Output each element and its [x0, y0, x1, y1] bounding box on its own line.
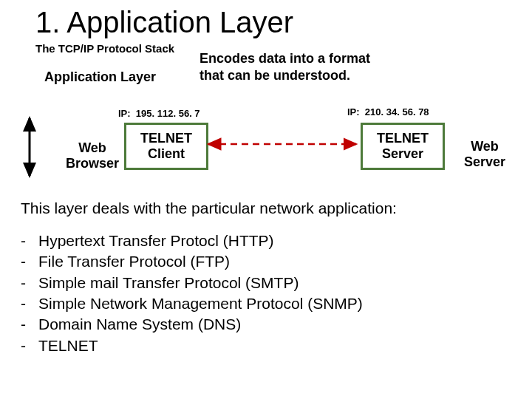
list-item: TELNET	[21, 335, 363, 356]
web-server-label: Web Server	[455, 139, 514, 169]
ip-left-prefix: IP:	[118, 108, 131, 119]
ip-right-prefix: IP:	[347, 106, 360, 117]
ip-right: IP: 210. 34. 56. 78	[347, 106, 429, 117]
layer-description: Encodes data into a format that can be u…	[200, 50, 384, 83]
list-item: Domain Name System (DNS)	[21, 314, 363, 335]
ip-left: IP: 195. 112. 56. 7	[118, 108, 200, 119]
ip-left-value: 195. 112. 56. 7	[136, 108, 200, 119]
ip-right-value: 210. 34. 56. 78	[365, 106, 429, 117]
telnet-client-box: TELNET Client	[124, 123, 208, 170]
list-item: Simple mail Transfer Protocol (SMTP)	[21, 273, 363, 293]
summary-text: This layer deals with the particular net…	[21, 200, 397, 217]
web-browser-label: Web Browser	[59, 140, 126, 171]
slide-title: 1. Application Layer	[35, 6, 532, 39]
list-item: Hypertext Transfer Protocl (HTTP)	[21, 231, 363, 251]
list-item: File Transfer Protocol (FTP)	[21, 251, 363, 272]
telnet-server-box: TELNET Server	[361, 123, 445, 170]
protocol-list: Hypertext Transfer Protocl (HTTP) File T…	[21, 231, 363, 356]
list-item: Simple Network Management Protocol (SNMP…	[21, 293, 363, 314]
